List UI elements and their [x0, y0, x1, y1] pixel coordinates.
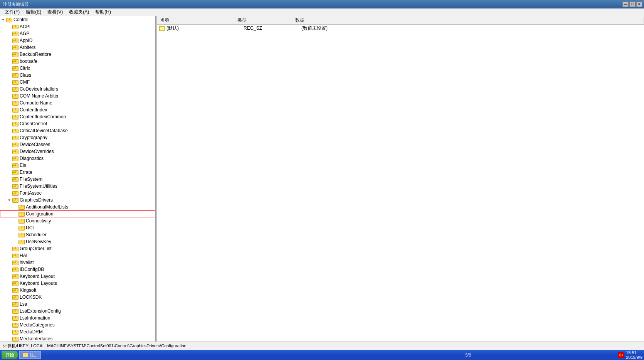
tree-item-acpi[interactable]: ACPI [0, 23, 155, 30]
tree-item-scheduler[interactable]: Scheduler [0, 231, 155, 238]
maximize-button[interactable]: □ [629, 2, 636, 7]
tree-item-dci[interactable]: DCI [0, 224, 155, 231]
expand-icon[interactable] [12, 225, 18, 231]
expand-icon[interactable] [6, 273, 12, 279]
tree-item-lsainformation[interactable]: LsaInformation [0, 315, 155, 321]
tree-item-class[interactable]: Class [0, 72, 155, 79]
tree-item-appid[interactable]: AppID [0, 37, 155, 44]
tree-item-fontassoc[interactable]: FontAssoc [0, 190, 155, 197]
tree-item-cryptography[interactable]: Cryptography [0, 134, 155, 141]
expand-icon[interactable] [6, 169, 12, 175]
expand-icon[interactable] [6, 135, 12, 141]
expand-icon[interactable] [12, 211, 18, 217]
expand-icon[interactable] [6, 246, 12, 252]
tree-item-kingsoft[interactable]: Kingsoft [0, 287, 155, 294]
menu-item[interactable]: 收藏夹(A) [66, 8, 92, 16]
tree-panel[interactable]: ▼ControlACPIAGPAppIDArbitersBackupRestor… [0, 16, 156, 341]
tree-item-usenewkey[interactable]: UseNewKey [0, 238, 155, 245]
tree-item-citrix[interactable]: Citrix [0, 65, 155, 72]
expand-icon[interactable]: ▼ [0, 17, 6, 23]
expand-icon[interactable] [6, 322, 12, 328]
expand-icon[interactable] [6, 301, 12, 307]
expand-icon[interactable] [6, 72, 12, 78]
tree-item-agp[interactable]: AGP [0, 30, 155, 37]
tree-item-computername[interactable]: ComputerName [0, 99, 155, 106]
tree-item-contentindex[interactable]: ContentIndex [0, 106, 155, 113]
expand-icon[interactable] [6, 128, 12, 134]
expand-icon[interactable] [6, 58, 12, 64]
tree-item-arbiters[interactable]: Arbiters [0, 44, 155, 51]
tree-item-configuration[interactable]: Configuration [0, 210, 155, 217]
expand-icon[interactable] [6, 329, 12, 335]
expand-icon[interactable] [6, 79, 12, 85]
expand-icon[interactable] [6, 308, 12, 314]
expand-icon[interactable] [6, 280, 12, 286]
expand-icon[interactable] [6, 315, 12, 321]
tree-item-contentindexcommon[interactable]: ContentIndexCommon [0, 113, 155, 120]
expand-icon[interactable] [6, 114, 12, 120]
tree-item-grouporderlist[interactable]: GroupOrderList [0, 245, 155, 252]
tree-item-codeviceinstallers[interactable]: CoDeviceInstallers [0, 86, 155, 93]
tree-item-filesystemutilities[interactable]: FileSystemUtilities [0, 183, 155, 190]
tree-item-cmf[interactable]: CMF [0, 79, 155, 86]
tree-item-additionalmodellists[interactable]: AdditionalModelLists [0, 204, 155, 210]
tree-item-hal[interactable]: HAL [0, 252, 155, 259]
expand-icon[interactable] [12, 204, 18, 210]
expand-icon[interactable] [6, 336, 12, 341]
expand-icon[interactable] [6, 176, 12, 182]
expand-icon[interactable] [6, 107, 12, 113]
tree-item-keyboardlayout[interactable]: Keyboard Layout [0, 273, 155, 280]
expand-icon[interactable] [12, 218, 18, 224]
expand-icon[interactable] [6, 24, 12, 30]
menu-item[interactable]: 帮助(H) [92, 8, 114, 16]
expand-icon[interactable] [6, 259, 12, 266]
start-button[interactable]: 开始 [2, 351, 18, 359]
expand-icon[interactable] [6, 287, 12, 293]
tree-item-els[interactable]: Els [0, 162, 155, 169]
expand-icon[interactable] [6, 266, 12, 273]
tree-item-locksdk[interactable]: LOCKSDK [0, 294, 155, 301]
expand-icon[interactable] [6, 252, 12, 259]
expand-icon[interactable] [6, 100, 12, 106]
tree-item-mediadrm[interactable]: MediaDRM [0, 328, 155, 335]
tree-item-deviceoverrides[interactable]: DeviceOverrides [0, 148, 155, 155]
tree-item-crashcontrol[interactable]: CrashControl [0, 120, 155, 127]
tree-item-bootsafe[interactable]: bootsafe [0, 58, 155, 65]
tree-item-backuprestore[interactable]: BackupRestore [0, 51, 155, 58]
tree-item-lsaextensionconfig[interactable]: LsaExtensionConfig [0, 308, 155, 315]
close-button[interactable]: ✕ [636, 2, 642, 7]
expand-icon[interactable] [6, 37, 12, 44]
taskbar-item[interactable]: 注... [19, 351, 41, 359]
tree-item-deviceclasses[interactable]: DeviceClasses [0, 141, 155, 148]
tree-item-graphicsdrivers[interactable]: ▼GraphicsDrivers [0, 197, 155, 204]
minimize-button[interactable]: — [622, 2, 629, 7]
tree-item-diagnostics[interactable]: Diagnostics [0, 155, 155, 162]
tree-item-errata[interactable]: Errata [0, 169, 155, 176]
tree-item-hivelist[interactable]: hivelist [0, 259, 155, 266]
expand-icon[interactable] [12, 239, 18, 245]
expand-icon[interactable] [6, 190, 12, 196]
menu-item[interactable]: 查看(V) [44, 8, 66, 16]
tree-item-comnamearbiter[interactable]: COM Name Arbiter [0, 93, 155, 99]
tree-item-control[interactable]: ▼Control [0, 16, 155, 23]
tree-item-criticaldevicedatabase[interactable]: CriticalDeviceDatabase [0, 127, 155, 134]
menu-item[interactable]: 编辑(E) [23, 8, 44, 16]
expand-icon[interactable] [6, 155, 12, 161]
tree-item-idconfigdb[interactable]: IDConfigDB [0, 266, 155, 273]
menu-item[interactable]: 文件(F) [2, 8, 23, 16]
table-row[interactable]: (默认)REG_SZ(数值未设置) [157, 25, 644, 32]
tree-item-keyboardlayouts[interactable]: Keyboard Layouts [0, 280, 155, 287]
expand-icon[interactable] [6, 44, 12, 50]
expand-icon[interactable] [6, 294, 12, 300]
expand-icon[interactable]: ▼ [6, 197, 12, 203]
tree-item-lsa[interactable]: Lsa [0, 301, 155, 308]
expand-icon[interactable] [6, 121, 12, 127]
expand-icon[interactable] [6, 93, 12, 99]
expand-icon[interactable] [6, 51, 12, 57]
tree-item-mediainterfaces[interactable]: MediaInterfaces [0, 335, 155, 341]
expand-icon[interactable] [6, 141, 12, 148]
expand-icon[interactable] [6, 183, 12, 189]
tree-item-filesystem[interactable]: FileSystem [0, 176, 155, 183]
expand-icon[interactable] [6, 148, 12, 155]
expand-icon[interactable] [6, 65, 12, 71]
